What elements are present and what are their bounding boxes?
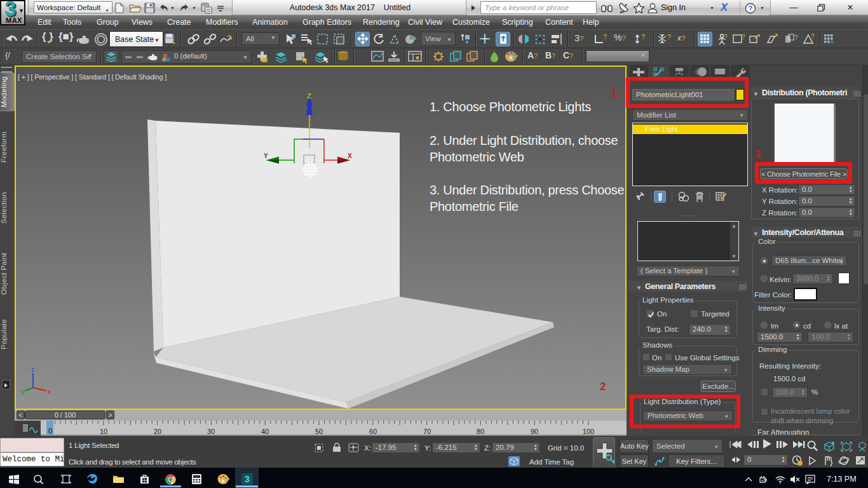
svg-text:A: A bbox=[830, 39, 834, 44]
svg-text:x: x bbox=[48, 388, 51, 395]
svg-text:z: z bbox=[31, 366, 34, 373]
svg-text:X: X bbox=[348, 152, 352, 159]
svg-text:?: ? bbox=[724, 34, 728, 41]
svg-text:y: y bbox=[21, 388, 24, 395]
svg-text:Z: Z bbox=[307, 92, 311, 100]
svg-text:?: ? bbox=[749, 4, 753, 12]
svg-text:?: ? bbox=[742, 34, 745, 41]
svg-text:?: ? bbox=[667, 33, 671, 41]
svg-text:?: ? bbox=[641, 33, 645, 41]
svg-text:?: ? bbox=[603, 34, 607, 41]
svg-text:?: ? bbox=[794, 34, 798, 41]
svg-text:Y: Y bbox=[264, 152, 268, 159]
svg-text:?: ? bbox=[811, 33, 815, 40]
